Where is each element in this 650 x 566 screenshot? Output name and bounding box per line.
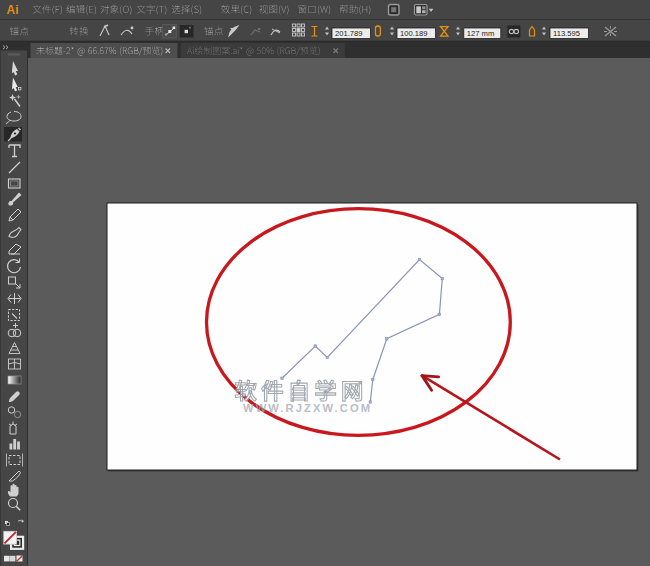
svg-text:201.789: 201.789 <box>335 29 362 38</box>
svg-text:113.595: 113.595 <box>553 29 580 38</box>
svg-text:WWW.RJZXW.COM: WWW.RJZXW.COM <box>243 402 372 414</box>
svg-text:100.189: 100.189 <box>400 29 427 38</box>
svg-text:Ai: Ai <box>7 3 19 17</box>
svg-text:127 mm: 127 mm <box>467 29 494 38</box>
